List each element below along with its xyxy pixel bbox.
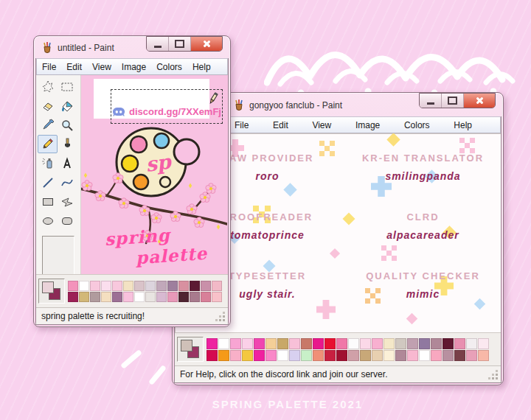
color-swatch[interactable] bbox=[407, 350, 418, 361]
color-swatch[interactable] bbox=[254, 350, 265, 361]
color-swatch[interactable] bbox=[348, 350, 359, 361]
color-swatch[interactable] bbox=[336, 338, 347, 349]
color-swatch[interactable] bbox=[90, 292, 100, 302]
drawing-canvas[interactable]: discord.gg/7XXemFj bbox=[81, 75, 228, 274]
color-swatch[interactable] bbox=[79, 281, 89, 291]
tool-airbrush[interactable] bbox=[38, 154, 58, 172]
color-swatch[interactable] bbox=[218, 338, 229, 349]
tool-pencil[interactable] bbox=[38, 135, 58, 153]
color-swatch[interactable] bbox=[313, 350, 324, 361]
color-swatch[interactable] bbox=[156, 281, 167, 291]
color-swatch[interactable] bbox=[360, 338, 371, 349]
foreground-color-swatch[interactable] bbox=[42, 281, 54, 293]
color-swatch[interactable] bbox=[68, 281, 78, 291]
menu-item-edit[interactable]: Edit bbox=[273, 120, 288, 130]
menu-item-colors[interactable]: Colors bbox=[404, 120, 430, 130]
color-swatch[interactable] bbox=[101, 292, 111, 302]
color-swatch[interactable] bbox=[167, 292, 178, 302]
close-button[interactable] bbox=[191, 37, 222, 51]
color-swatch[interactable] bbox=[478, 350, 489, 361]
color-swatch[interactable] bbox=[190, 281, 200, 291]
foreground-background-colors[interactable] bbox=[38, 279, 65, 304]
color-swatch[interactable] bbox=[254, 338, 265, 349]
color-swatch[interactable] bbox=[178, 281, 189, 291]
menu-item-file[interactable]: File bbox=[235, 120, 249, 130]
color-swatch[interactable] bbox=[134, 281, 145, 291]
color-swatch[interactable] bbox=[336, 350, 347, 361]
minimize-button[interactable] bbox=[420, 94, 442, 108]
color-swatch[interactable] bbox=[289, 350, 300, 361]
color-swatch[interactable] bbox=[190, 292, 200, 302]
color-swatch[interactable] bbox=[478, 338, 489, 349]
resize-grip[interactable] bbox=[496, 377, 498, 379]
color-swatch[interactable] bbox=[112, 292, 122, 302]
color-swatch[interactable] bbox=[454, 350, 465, 361]
color-swatch[interactable] bbox=[301, 350, 312, 361]
color-swatch[interactable] bbox=[134, 292, 145, 302]
color-swatch[interactable] bbox=[277, 338, 288, 349]
menu-item-file[interactable]: File bbox=[37, 62, 61, 72]
resize-grip[interactable] bbox=[223, 319, 225, 321]
color-swatch[interactable] bbox=[145, 281, 156, 291]
color-swatch[interactable] bbox=[442, 338, 454, 349]
menu-item-image[interactable]: Image bbox=[355, 120, 380, 130]
color-swatch[interactable] bbox=[230, 350, 241, 361]
color-swatch[interactable] bbox=[112, 281, 122, 291]
tool-magnifier[interactable] bbox=[57, 116, 77, 134]
menu-item-colors[interactable]: Colors bbox=[151, 62, 187, 72]
color-swatch[interactable] bbox=[156, 292, 167, 302]
color-swatch[interactable] bbox=[419, 350, 430, 361]
tool-polygon[interactable] bbox=[57, 192, 77, 211]
color-swatch[interactable] bbox=[167, 281, 178, 291]
menu-item-help[interactable]: Help bbox=[187, 62, 216, 72]
color-swatch[interactable] bbox=[431, 338, 442, 349]
color-swatch[interactable] bbox=[324, 350, 336, 361]
color-swatch[interactable] bbox=[68, 292, 78, 302]
color-swatch[interactable] bbox=[266, 350, 277, 361]
color-swatch[interactable] bbox=[372, 338, 383, 349]
minimize-button[interactable] bbox=[147, 37, 169, 51]
color-swatch[interactable] bbox=[301, 338, 312, 349]
menu-item-view[interactable]: View bbox=[87, 62, 117, 72]
color-swatch[interactable] bbox=[123, 281, 133, 291]
tool-rounded-rectangle[interactable] bbox=[57, 211, 77, 230]
color-swatch[interactable] bbox=[360, 350, 371, 361]
color-swatch[interactable] bbox=[178, 292, 189, 302]
color-swatch[interactable] bbox=[101, 281, 111, 291]
tool-pick-color[interactable] bbox=[38, 116, 58, 134]
color-swatch[interactable] bbox=[201, 281, 211, 291]
color-swatch[interactable] bbox=[384, 350, 395, 361]
color-swatch[interactable] bbox=[145, 292, 156, 302]
color-swatch[interactable] bbox=[313, 338, 324, 349]
close-button[interactable] bbox=[464, 94, 495, 108]
menu-item-edit[interactable]: Edit bbox=[61, 62, 87, 72]
tool-line[interactable] bbox=[38, 173, 58, 192]
color-swatch[interactable] bbox=[79, 292, 89, 302]
tool-eraser[interactable] bbox=[38, 97, 58, 115]
color-swatch[interactable] bbox=[419, 338, 430, 349]
tool-curve[interactable] bbox=[57, 173, 77, 192]
tool-ellipse[interactable] bbox=[38, 211, 58, 230]
tool-fill-with-color[interactable] bbox=[57, 97, 77, 115]
left-titlebar[interactable]: untitled - Paint bbox=[35, 38, 229, 58]
color-swatch[interactable] bbox=[384, 338, 395, 349]
color-swatch[interactable] bbox=[395, 350, 406, 361]
tool-free-form-select[interactable] bbox=[38, 77, 58, 96]
color-swatch[interactable] bbox=[277, 350, 288, 361]
menu-item-image[interactable]: Image bbox=[117, 62, 151, 72]
tool-text[interactable] bbox=[57, 154, 77, 172]
color-swatch[interactable] bbox=[348, 338, 359, 349]
color-swatch[interactable] bbox=[466, 338, 477, 349]
color-swatch[interactable] bbox=[90, 281, 100, 291]
color-swatch[interactable] bbox=[206, 338, 218, 349]
color-swatch[interactable] bbox=[407, 338, 418, 349]
menu-item-help[interactable]: Help bbox=[454, 120, 472, 130]
foreground-color-swatch[interactable] bbox=[181, 340, 192, 351]
color-swatch[interactable] bbox=[454, 338, 465, 349]
color-swatch[interactable] bbox=[212, 292, 222, 302]
tool-select[interactable] bbox=[57, 77, 77, 96]
color-swatch[interactable] bbox=[324, 338, 336, 349]
maximize-button[interactable] bbox=[442, 94, 464, 108]
discord-link-text[interactable]: discord.gg/7XXemFj bbox=[129, 107, 221, 116]
color-swatch[interactable] bbox=[372, 350, 383, 361]
